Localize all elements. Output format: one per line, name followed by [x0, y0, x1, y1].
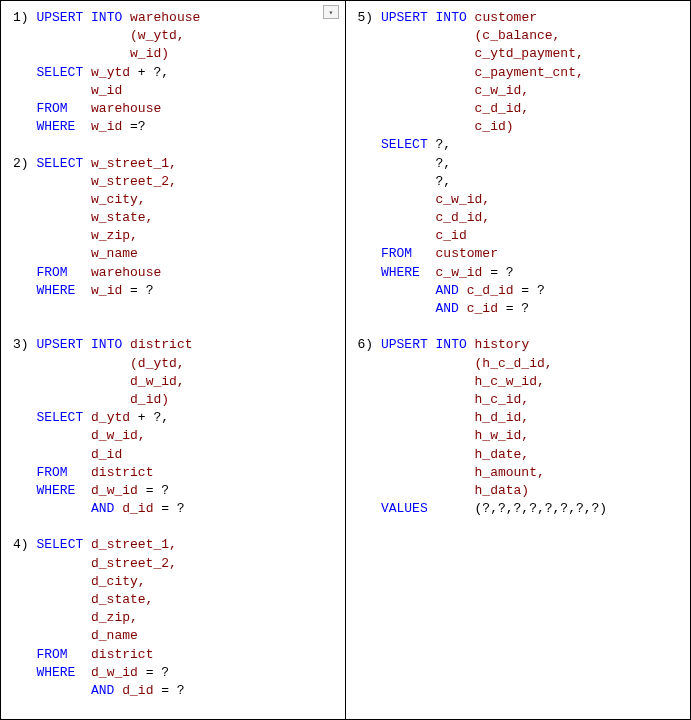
code-container: ▾ 1) UPSERT INTO warehouse (w_ytd, w_id)… [0, 0, 691, 720]
query-4: 4) SELECT d_street_1, d_street_2, d_city… [13, 537, 185, 698]
left-column: 1) UPSERT INTO warehouse (w_ytd, w_id) S… [1, 1, 346, 719]
query-6: 6) UPSERT INTO history (h_c_d_id, h_c_w_… [358, 337, 608, 516]
chevron-down-icon[interactable]: ▾ [323, 5, 339, 19]
query-1: 1) UPSERT INTO warehouse (w_ytd, w_id) S… [13, 10, 200, 134]
right-column: 5) UPSERT INTO customer (c_balance, c_yt… [346, 1, 691, 719]
query-5: 5) UPSERT INTO customer (c_balance, c_yt… [358, 10, 584, 316]
query-3: 3) UPSERT INTO district (d_ytd, d_w_id, … [13, 337, 193, 516]
query-2: 2) SELECT w_street_1, w_street_2, w_city… [13, 156, 177, 298]
